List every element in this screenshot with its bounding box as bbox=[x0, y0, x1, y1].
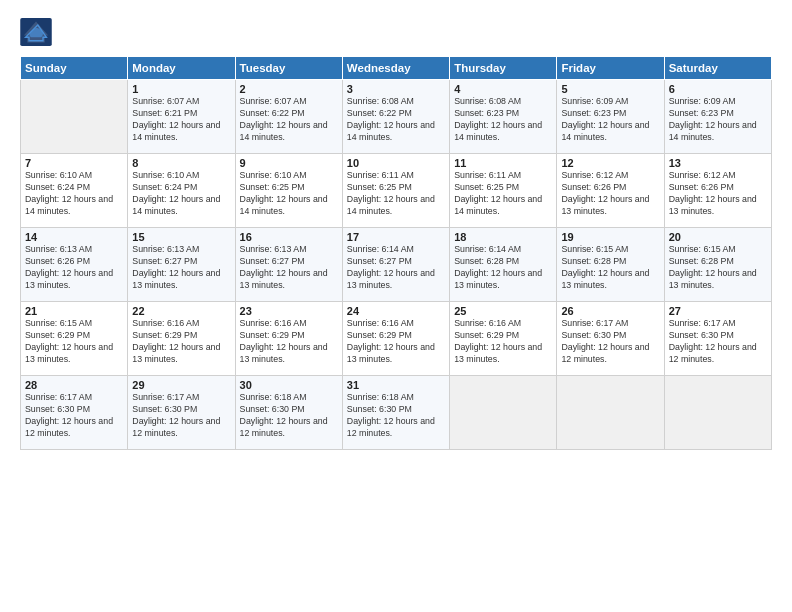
calendar-cell: 12Sunrise: 6:12 AMSunset: 6:26 PMDayligh… bbox=[557, 154, 664, 228]
day-number: 9 bbox=[240, 157, 338, 169]
cell-info: Sunrise: 6:15 AMSunset: 6:28 PMDaylight:… bbox=[669, 244, 767, 292]
calendar-cell: 6Sunrise: 6:09 AMSunset: 6:23 PMDaylight… bbox=[664, 80, 771, 154]
day-number: 3 bbox=[347, 83, 445, 95]
calendar-cell: 15Sunrise: 6:13 AMSunset: 6:27 PMDayligh… bbox=[128, 228, 235, 302]
calendar-cell: 21Sunrise: 6:15 AMSunset: 6:29 PMDayligh… bbox=[21, 302, 128, 376]
cell-info: Sunrise: 6:17 AMSunset: 6:30 PMDaylight:… bbox=[561, 318, 659, 366]
calendar-cell: 29Sunrise: 6:17 AMSunset: 6:30 PMDayligh… bbox=[128, 376, 235, 450]
day-number: 18 bbox=[454, 231, 552, 243]
weekday-header-row: SundayMondayTuesdayWednesdayThursdayFrid… bbox=[21, 57, 772, 80]
calendar-cell: 31Sunrise: 6:18 AMSunset: 6:30 PMDayligh… bbox=[342, 376, 449, 450]
day-number: 6 bbox=[669, 83, 767, 95]
calendar-cell: 30Sunrise: 6:18 AMSunset: 6:30 PMDayligh… bbox=[235, 376, 342, 450]
cell-info: Sunrise: 6:14 AMSunset: 6:27 PMDaylight:… bbox=[347, 244, 445, 292]
cell-info: Sunrise: 6:08 AMSunset: 6:22 PMDaylight:… bbox=[347, 96, 445, 144]
day-number: 7 bbox=[25, 157, 123, 169]
calendar-table: SundayMondayTuesdayWednesdayThursdayFrid… bbox=[20, 56, 772, 450]
day-number: 20 bbox=[669, 231, 767, 243]
day-number: 1 bbox=[132, 83, 230, 95]
day-number: 24 bbox=[347, 305, 445, 317]
calendar-cell bbox=[450, 376, 557, 450]
cell-info: Sunrise: 6:17 AMSunset: 6:30 PMDaylight:… bbox=[669, 318, 767, 366]
calendar-cell bbox=[21, 80, 128, 154]
day-number: 14 bbox=[25, 231, 123, 243]
weekday-friday: Friday bbox=[557, 57, 664, 80]
cell-info: Sunrise: 6:10 AMSunset: 6:24 PMDaylight:… bbox=[132, 170, 230, 218]
day-number: 21 bbox=[25, 305, 123, 317]
cell-info: Sunrise: 6:13 AMSunset: 6:27 PMDaylight:… bbox=[240, 244, 338, 292]
day-number: 13 bbox=[669, 157, 767, 169]
calendar-cell: 28Sunrise: 6:17 AMSunset: 6:30 PMDayligh… bbox=[21, 376, 128, 450]
logo bbox=[20, 18, 56, 46]
day-number: 23 bbox=[240, 305, 338, 317]
cell-info: Sunrise: 6:18 AMSunset: 6:30 PMDaylight:… bbox=[347, 392, 445, 440]
calendar-cell: 14Sunrise: 6:13 AMSunset: 6:26 PMDayligh… bbox=[21, 228, 128, 302]
calendar-cell: 2Sunrise: 6:07 AMSunset: 6:22 PMDaylight… bbox=[235, 80, 342, 154]
calendar-cell: 17Sunrise: 6:14 AMSunset: 6:27 PMDayligh… bbox=[342, 228, 449, 302]
day-number: 12 bbox=[561, 157, 659, 169]
day-number: 29 bbox=[132, 379, 230, 391]
cell-info: Sunrise: 6:16 AMSunset: 6:29 PMDaylight:… bbox=[132, 318, 230, 366]
cell-info: Sunrise: 6:12 AMSunset: 6:26 PMDaylight:… bbox=[669, 170, 767, 218]
weekday-thursday: Thursday bbox=[450, 57, 557, 80]
weekday-saturday: Saturday bbox=[664, 57, 771, 80]
day-number: 8 bbox=[132, 157, 230, 169]
calendar-week-3: 14Sunrise: 6:13 AMSunset: 6:26 PMDayligh… bbox=[21, 228, 772, 302]
day-number: 30 bbox=[240, 379, 338, 391]
calendar-cell: 23Sunrise: 6:16 AMSunset: 6:29 PMDayligh… bbox=[235, 302, 342, 376]
calendar-week-1: 1Sunrise: 6:07 AMSunset: 6:21 PMDaylight… bbox=[21, 80, 772, 154]
day-number: 31 bbox=[347, 379, 445, 391]
day-number: 15 bbox=[132, 231, 230, 243]
day-number: 17 bbox=[347, 231, 445, 243]
day-number: 22 bbox=[132, 305, 230, 317]
weekday-monday: Monday bbox=[128, 57, 235, 80]
cell-info: Sunrise: 6:17 AMSunset: 6:30 PMDaylight:… bbox=[132, 392, 230, 440]
calendar-cell: 22Sunrise: 6:16 AMSunset: 6:29 PMDayligh… bbox=[128, 302, 235, 376]
calendar-cell: 25Sunrise: 6:16 AMSunset: 6:29 PMDayligh… bbox=[450, 302, 557, 376]
cell-info: Sunrise: 6:16 AMSunset: 6:29 PMDaylight:… bbox=[240, 318, 338, 366]
cell-info: Sunrise: 6:15 AMSunset: 6:29 PMDaylight:… bbox=[25, 318, 123, 366]
cell-info: Sunrise: 6:13 AMSunset: 6:26 PMDaylight:… bbox=[25, 244, 123, 292]
weekday-tuesday: Tuesday bbox=[235, 57, 342, 80]
calendar-cell: 27Sunrise: 6:17 AMSunset: 6:30 PMDayligh… bbox=[664, 302, 771, 376]
cell-info: Sunrise: 6:13 AMSunset: 6:27 PMDaylight:… bbox=[132, 244, 230, 292]
calendar-cell: 18Sunrise: 6:14 AMSunset: 6:28 PMDayligh… bbox=[450, 228, 557, 302]
cell-info: Sunrise: 6:09 AMSunset: 6:23 PMDaylight:… bbox=[669, 96, 767, 144]
page: SundayMondayTuesdayWednesdayThursdayFrid… bbox=[0, 0, 792, 612]
calendar-cell: 9Sunrise: 6:10 AMSunset: 6:25 PMDaylight… bbox=[235, 154, 342, 228]
calendar-week-2: 7Sunrise: 6:10 AMSunset: 6:24 PMDaylight… bbox=[21, 154, 772, 228]
calendar-cell: 1Sunrise: 6:07 AMSunset: 6:21 PMDaylight… bbox=[128, 80, 235, 154]
day-number: 2 bbox=[240, 83, 338, 95]
weekday-wednesday: Wednesday bbox=[342, 57, 449, 80]
day-number: 16 bbox=[240, 231, 338, 243]
calendar-cell: 7Sunrise: 6:10 AMSunset: 6:24 PMDaylight… bbox=[21, 154, 128, 228]
cell-info: Sunrise: 6:16 AMSunset: 6:29 PMDaylight:… bbox=[454, 318, 552, 366]
cell-info: Sunrise: 6:18 AMSunset: 6:30 PMDaylight:… bbox=[240, 392, 338, 440]
calendar-cell: 16Sunrise: 6:13 AMSunset: 6:27 PMDayligh… bbox=[235, 228, 342, 302]
calendar-cell: 5Sunrise: 6:09 AMSunset: 6:23 PMDaylight… bbox=[557, 80, 664, 154]
day-number: 4 bbox=[454, 83, 552, 95]
day-number: 27 bbox=[669, 305, 767, 317]
cell-info: Sunrise: 6:17 AMSunset: 6:30 PMDaylight:… bbox=[25, 392, 123, 440]
calendar-cell: 10Sunrise: 6:11 AMSunset: 6:25 PMDayligh… bbox=[342, 154, 449, 228]
calendar-cell: 3Sunrise: 6:08 AMSunset: 6:22 PMDaylight… bbox=[342, 80, 449, 154]
calendar-cell bbox=[664, 376, 771, 450]
day-number: 11 bbox=[454, 157, 552, 169]
day-number: 19 bbox=[561, 231, 659, 243]
day-number: 10 bbox=[347, 157, 445, 169]
calendar-cell: 19Sunrise: 6:15 AMSunset: 6:28 PMDayligh… bbox=[557, 228, 664, 302]
cell-info: Sunrise: 6:14 AMSunset: 6:28 PMDaylight:… bbox=[454, 244, 552, 292]
day-number: 25 bbox=[454, 305, 552, 317]
day-number: 26 bbox=[561, 305, 659, 317]
calendar-week-4: 21Sunrise: 6:15 AMSunset: 6:29 PMDayligh… bbox=[21, 302, 772, 376]
calendar-cell bbox=[557, 376, 664, 450]
calendar-cell: 4Sunrise: 6:08 AMSunset: 6:23 PMDaylight… bbox=[450, 80, 557, 154]
calendar-cell: 24Sunrise: 6:16 AMSunset: 6:29 PMDayligh… bbox=[342, 302, 449, 376]
calendar-cell: 26Sunrise: 6:17 AMSunset: 6:30 PMDayligh… bbox=[557, 302, 664, 376]
cell-info: Sunrise: 6:11 AMSunset: 6:25 PMDaylight:… bbox=[347, 170, 445, 218]
weekday-sunday: Sunday bbox=[21, 57, 128, 80]
logo-icon bbox=[20, 18, 52, 46]
cell-info: Sunrise: 6:15 AMSunset: 6:28 PMDaylight:… bbox=[561, 244, 659, 292]
day-number: 28 bbox=[25, 379, 123, 391]
cell-info: Sunrise: 6:09 AMSunset: 6:23 PMDaylight:… bbox=[561, 96, 659, 144]
